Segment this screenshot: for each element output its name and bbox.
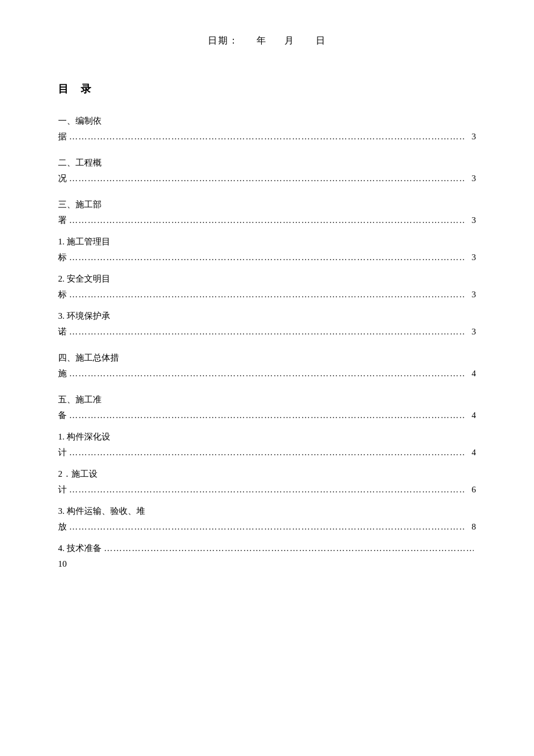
toc-entry-5-4-main: 4. 技术准备 bbox=[58, 541, 102, 556]
toc-entry-3-3: 3. 环境保护承 诺 ……………………………………………………………………………… bbox=[58, 308, 476, 340]
toc-entry-1-prefix: 据 bbox=[58, 129, 67, 145]
date-label: 日期： bbox=[208, 35, 239, 45]
toc-entry-5-3-dots-line: …………………………………………………………………………………………………………… bbox=[69, 519, 464, 535]
toc-entry-3-1-page: 3 bbox=[467, 250, 476, 265]
toc-entry-5-4-page: 10 bbox=[58, 556, 476, 572]
toc-entry-5-2-dots-line: …………………………………………………………………………………………………………… bbox=[69, 482, 464, 498]
year-label: 年 bbox=[257, 35, 267, 45]
toc-entry-5-3-page: 8 bbox=[467, 519, 476, 535]
toc-entry-5-1-dots: 计 ……………………………………………………………………………………………………… bbox=[58, 445, 476, 460]
toc-entry-3-1-main: 1. 施工管理目 bbox=[58, 234, 476, 250]
toc-entry-4-main: 四、施工总体措 bbox=[58, 350, 476, 366]
toc-entry-5-2-dots: 计 ……………………………………………………………………………………………………… bbox=[58, 482, 476, 498]
toc-entry-5-1-page: 4 bbox=[467, 445, 476, 460]
toc-entry-5-1: 1. 构件深化设 计 ……………………………………………………………………………… bbox=[58, 429, 476, 460]
date-line: 日期： 年 月 日 bbox=[58, 35, 476, 47]
toc-entry-1-main: 一、编制依 bbox=[58, 113, 476, 129]
day-label: 日 bbox=[316, 35, 326, 45]
toc-entry-5-1-main: 1. 构件深化设 bbox=[58, 429, 476, 445]
toc-entry-1-page: 3 bbox=[467, 129, 476, 145]
toc-entry-3-1-prefix: 标 bbox=[58, 250, 67, 265]
toc-entry-3-2-dots-line: …………………………………………………………………………………………………………… bbox=[69, 287, 464, 303]
toc-entry-5-4: 4. 技术准备 ……………………………………………………………………………………… bbox=[58, 541, 476, 572]
toc-entry-5-page: 4 bbox=[467, 408, 476, 423]
toc-entry-3-page: 3 bbox=[467, 213, 476, 228]
toc-entry-3-1: 1. 施工管理目 标 ……………………………………………………………………………… bbox=[58, 234, 476, 265]
page-container: 日期： 年 月 日 目 录 一、编制依 据 ………………………………………………… bbox=[0, 0, 534, 756]
toc-entry-5-2-page: 6 bbox=[467, 482, 476, 498]
toc-entry-3-dots-line: …………………………………………………………………………………………………………… bbox=[69, 213, 464, 228]
toc-entry-2-dots-line: …………………………………………………………………………………………………………… bbox=[69, 171, 464, 186]
toc-entry-1: 一、编制依 据 ……………………………………………………………………………………… bbox=[58, 113, 476, 145]
toc-entry-3-3-dots-line: …………………………………………………………………………………………………………… bbox=[69, 324, 464, 340]
toc-entry-5-3-main: 3. 构件运输、验收、堆 bbox=[58, 503, 476, 519]
toc-entry-5-4-dots: 4. 技术准备 ……………………………………………………………………………………… bbox=[58, 541, 476, 556]
toc-entry-3: 三、施工部 署 ……………………………………………………………………………………… bbox=[58, 197, 476, 228]
toc-entry-3-dots: 署 ……………………………………………………………………………………………………… bbox=[58, 213, 476, 228]
toc-entry-2-page: 3 bbox=[467, 171, 476, 186]
toc-entry-3-main: 三、施工部 bbox=[58, 197, 476, 213]
toc-entry-1-dots: 据 ……………………………………………………………………………………………………… bbox=[58, 129, 476, 145]
toc-title: 目 录 bbox=[58, 82, 476, 96]
toc-entry-5-2-prefix: 计 bbox=[58, 482, 67, 498]
toc-entry-2-main: 二、工程概 bbox=[58, 155, 476, 171]
toc-entry-3-2-dots: 标 ……………………………………………………………………………………………………… bbox=[58, 287, 476, 303]
toc-entry-5: 五、施工准 备 ……………………………………………………………………………………… bbox=[58, 392, 476, 423]
toc-entry-3-2-main: 2. 安全文明目 bbox=[58, 271, 476, 287]
toc-entry-5-dots: 备 ……………………………………………………………………………………………………… bbox=[58, 408, 476, 423]
toc-entry-5-3-prefix: 放 bbox=[58, 519, 67, 535]
toc-entry-3-prefix: 署 bbox=[58, 213, 67, 228]
toc-entry-3-1-dots: 标 ……………………………………………………………………………………………………… bbox=[58, 250, 476, 265]
toc-entry-4-page: 4 bbox=[467, 366, 476, 381]
toc-entry-3-3-prefix: 诺 bbox=[58, 324, 67, 340]
toc-entry-3-2-prefix: 标 bbox=[58, 287, 67, 303]
toc-entry-5-main: 五、施工准 bbox=[58, 392, 476, 408]
toc-entry-4-dots-line: …………………………………………………………………………………………………………… bbox=[69, 366, 464, 381]
toc-entry-5-2: 2．施工设 计 ……………………………………………………………………………………… bbox=[58, 466, 476, 498]
toc-entry-3-3-dots: 诺 ……………………………………………………………………………………………………… bbox=[58, 324, 476, 340]
toc-entry-1-dots-line: …………………………………………………………………………………………………………… bbox=[69, 129, 464, 145]
toc-entry-5-prefix: 备 bbox=[58, 408, 67, 423]
toc-entry-5-4-dots-line: …………………………………………………………………………………………………………… bbox=[104, 541, 474, 556]
toc-entry-5-dots-line: …………………………………………………………………………………………………………… bbox=[69, 408, 464, 423]
toc-entry-3-2-page: 3 bbox=[467, 287, 476, 303]
month-label: 月 bbox=[284, 35, 295, 45]
toc-entry-2-dots: 况 ……………………………………………………………………………………………………… bbox=[58, 171, 476, 186]
toc-entry-3-2: 2. 安全文明目 标 ……………………………………………………………………………… bbox=[58, 271, 476, 303]
toc-entry-3-3-page: 3 bbox=[467, 324, 476, 340]
toc-entry-5-2-main: 2．施工设 bbox=[58, 466, 476, 482]
toc-entry-4-dots: 施 ……………………………………………………………………………………………………… bbox=[58, 366, 476, 381]
toc-entry-5-3: 3. 构件运输、验收、堆 放 …………………………………………………………………… bbox=[58, 503, 476, 535]
toc-entry-4: 四、施工总体措 施 ………………………………………………………………………………… bbox=[58, 350, 476, 381]
toc-entry-5-3-dots: 放 ……………………………………………………………………………………………………… bbox=[58, 519, 476, 535]
toc-entry-3-1-dots-line: …………………………………………………………………………………………………………… bbox=[69, 250, 464, 265]
toc-entry-2-prefix: 况 bbox=[58, 171, 67, 186]
toc-entry-2: 二、工程概 况 ……………………………………………………………………………………… bbox=[58, 155, 476, 186]
toc-entry-5-1-dots-line: …………………………………………………………………………………………………………… bbox=[69, 445, 464, 460]
toc-entry-5-1-prefix: 计 bbox=[58, 445, 67, 460]
toc-entry-3-3-main: 3. 环境保护承 bbox=[58, 308, 476, 324]
toc-entry-4-prefix: 施 bbox=[58, 366, 67, 381]
